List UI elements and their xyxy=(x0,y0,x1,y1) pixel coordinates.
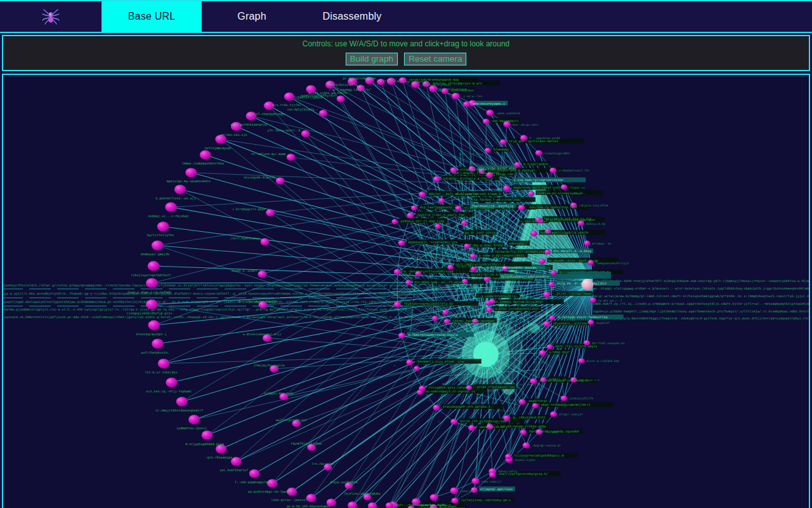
graph-node[interactable] xyxy=(276,177,285,184)
graph-node[interactable] xyxy=(188,415,200,424)
graph-node[interactable] xyxy=(520,430,527,435)
graph-node[interactable] xyxy=(394,302,401,307)
graph-node[interactable] xyxy=(530,231,537,236)
graph-node[interactable] xyxy=(452,93,460,99)
graph-node[interactable] xyxy=(549,168,556,173)
graph-node[interactable] xyxy=(444,319,450,324)
graph-node[interactable] xyxy=(486,307,492,312)
graph-node[interactable] xyxy=(590,297,596,302)
graph-node[interactable] xyxy=(306,494,317,502)
graph-node[interactable] xyxy=(430,494,438,501)
graph-node[interactable] xyxy=(528,191,534,196)
graph-node[interactable] xyxy=(394,269,401,274)
graph-node[interactable] xyxy=(411,206,417,211)
graph-node[interactable] xyxy=(468,425,475,431)
graph-node[interactable] xyxy=(549,282,555,287)
graph-node[interactable] xyxy=(260,238,269,246)
graph-node[interactable] xyxy=(561,396,568,401)
graph-node[interactable] xyxy=(301,130,310,137)
graph-node[interactable] xyxy=(518,205,525,211)
graph-node[interactable] xyxy=(249,469,260,478)
graph-node[interactable] xyxy=(414,366,420,371)
graph-node[interactable] xyxy=(584,241,590,246)
graph-node[interactable] xyxy=(535,150,542,156)
graph-node[interactable] xyxy=(588,320,594,325)
graph-node[interactable] xyxy=(442,310,449,315)
graph-node[interactable] xyxy=(258,271,266,278)
graph-node[interactable] xyxy=(398,333,405,338)
graph-node[interactable] xyxy=(216,444,227,453)
graph-node[interactable] xyxy=(433,177,440,182)
graph-node[interactable] xyxy=(157,222,169,231)
graph-node[interactable] xyxy=(435,224,442,229)
graph-node[interactable] xyxy=(391,219,398,224)
graph-node[interactable] xyxy=(432,316,438,321)
graph-node[interactable] xyxy=(486,110,494,116)
graph-node[interactable] xyxy=(547,344,553,349)
graph-node[interactable] xyxy=(152,241,164,250)
graph-node[interactable] xyxy=(483,119,490,124)
graph-node[interactable] xyxy=(550,411,557,417)
graph-node[interactable] xyxy=(450,487,459,493)
graph-node[interactable] xyxy=(543,321,550,327)
graph-node[interactable] xyxy=(158,359,170,368)
graph-node[interactable] xyxy=(407,213,414,218)
graph-node[interactable] xyxy=(461,220,468,225)
graph-node[interactable] xyxy=(450,419,457,425)
graph-node[interactable] xyxy=(417,390,423,395)
graph-node[interactable] xyxy=(146,300,158,310)
tab-base-url[interactable]: Base URL xyxy=(102,1,202,32)
graph-node[interactable] xyxy=(532,403,539,408)
graph-node[interactable] xyxy=(406,359,413,365)
graph-node[interactable] xyxy=(539,350,546,356)
graph-node[interactable] xyxy=(484,277,490,282)
graph-node[interactable] xyxy=(284,93,294,101)
graph-node[interactable] xyxy=(319,110,327,117)
graph-node[interactable] xyxy=(287,154,296,161)
graph-node[interactable] xyxy=(519,399,526,404)
graph-node[interactable] xyxy=(146,278,158,288)
graph-node[interactable] xyxy=(471,478,479,485)
graph-node[interactable] xyxy=(549,316,556,321)
build-graph-button[interactable]: Build graph xyxy=(346,53,398,65)
graph-node[interactable] xyxy=(551,271,557,276)
graph-node[interactable] xyxy=(165,203,177,212)
graph-node[interactable] xyxy=(530,378,537,384)
graph-node[interactable] xyxy=(152,339,164,349)
graph-node[interactable] xyxy=(578,358,584,363)
graph-node[interactable] xyxy=(398,240,405,246)
graph-node[interactable] xyxy=(500,139,506,145)
graph-node[interactable] xyxy=(485,148,491,153)
graph-node[interactable] xyxy=(148,320,160,330)
tab-disassembly[interactable]: Disassembly xyxy=(302,1,402,32)
graph-node[interactable] xyxy=(405,280,412,285)
graph-node[interactable] xyxy=(202,431,213,440)
graph-node[interactable] xyxy=(231,457,242,466)
graph-node[interactable] xyxy=(470,253,476,258)
graph-node[interactable] xyxy=(452,498,459,504)
graph-node[interactable] xyxy=(185,168,197,177)
graph-node[interactable] xyxy=(200,150,211,160)
graph-canvas[interactable]: eqjooekuycfhte/efalh./ihlwr.g//ietno.gfn… xyxy=(3,75,810,508)
graph-node[interactable] xyxy=(419,192,426,197)
graph-node[interactable] xyxy=(438,198,445,203)
reset-camera-button[interactable]: Reset camera xyxy=(404,53,466,65)
graph-node[interactable] xyxy=(544,250,551,255)
graph-node[interactable] xyxy=(543,291,550,297)
graph-node[interactable] xyxy=(148,261,160,271)
graph-node[interactable] xyxy=(539,258,546,264)
graph-node[interactable] xyxy=(523,443,530,448)
graph-node[interactable] xyxy=(463,102,470,107)
graph-node[interactable] xyxy=(337,96,345,103)
graph-node[interactable] xyxy=(266,209,275,217)
graph-node[interactable] xyxy=(166,378,178,387)
graph-node[interactable] xyxy=(174,185,186,194)
graph-node[interactable] xyxy=(464,244,470,249)
graph-node[interactable] xyxy=(176,397,188,406)
graph-viewport[interactable]: eqjooekuycfhte/efalh./ihlwr.g//ietno.gfn… xyxy=(2,74,810,508)
graph-node[interactable] xyxy=(503,185,510,191)
graph-node[interactable] xyxy=(489,472,496,478)
graph-node[interactable] xyxy=(505,454,511,459)
tab-graph[interactable]: Graph xyxy=(202,1,302,32)
graph-node[interactable] xyxy=(455,206,462,211)
